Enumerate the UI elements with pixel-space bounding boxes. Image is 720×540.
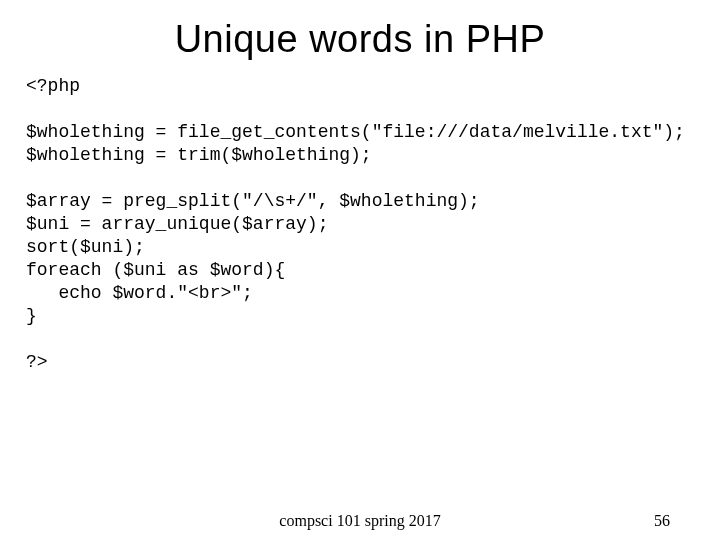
footer-course: compsci 101 spring 2017 xyxy=(279,512,440,530)
slide: Unique words in PHP <?php $wholething = … xyxy=(0,0,720,540)
code-line: $array = preg_split("/\s+/", $wholething… xyxy=(26,191,480,211)
code-line: $wholething = trim($wholething); xyxy=(26,145,372,165)
code-line: } xyxy=(26,306,37,326)
footer-page: 56 xyxy=(654,512,670,530)
code-line: ?> xyxy=(26,352,48,372)
slide-title: Unique words in PHP xyxy=(26,18,694,61)
code-line: $uni = array_unique($array); xyxy=(26,214,328,234)
code-line: sort($uni); xyxy=(26,237,145,257)
code-block: <?php $wholething = file_get_contents("f… xyxy=(26,75,694,374)
code-line: echo $word."<br>"; xyxy=(26,283,253,303)
code-line: <?php xyxy=(26,76,80,96)
code-line: $wholething = file_get_contents("file://… xyxy=(26,122,685,142)
code-line: foreach ($uni as $word){ xyxy=(26,260,285,280)
